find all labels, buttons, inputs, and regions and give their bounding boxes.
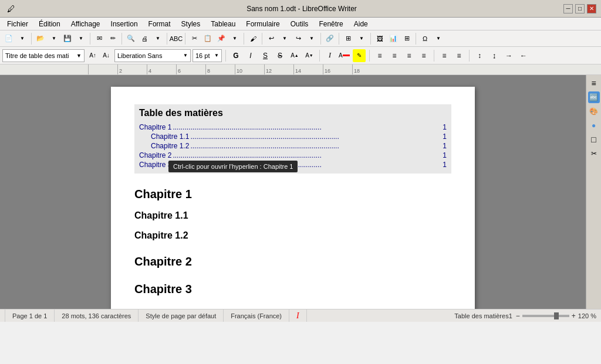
toc-entry-2[interactable]: Chapitre 1.2 ...........................… xyxy=(139,142,447,150)
save-dropdown[interactable]: ▼ xyxy=(75,32,87,45)
save-button[interactable]: 💾 xyxy=(61,32,74,45)
zoom-bar-thumb[interactable] xyxy=(554,312,559,319)
font-size: 16 pt xyxy=(195,52,210,59)
strikethrough-button[interactable]: S xyxy=(274,49,286,62)
decrease-indent[interactable]: ← xyxy=(517,49,530,62)
open-button[interactable]: 📂 xyxy=(34,32,47,45)
style-icon2[interactable]: A↓ xyxy=(100,49,113,62)
bold-button[interactable]: G xyxy=(229,49,242,62)
toc-label-0: Chapitre 1 xyxy=(139,123,171,131)
table-button[interactable]: ⊞ xyxy=(342,32,354,45)
numbering-button[interactable]: ≡ xyxy=(453,49,465,62)
menu-format[interactable]: Format xyxy=(144,19,175,29)
menu-aide[interactable]: Aide xyxy=(349,19,373,29)
zoom-bar-track[interactable] xyxy=(522,315,569,317)
document-area[interactable]: Table des matières Chapitre 1 ..........… xyxy=(0,75,586,309)
sidebar-btn-5[interactable]: □ xyxy=(588,134,600,145)
format-paintbrush[interactable]: 🖌 xyxy=(247,32,259,45)
menu-styles[interactable]: Styles xyxy=(177,19,205,29)
status-bar: Page 1 de 1 28 mots, 136 caractères Styl… xyxy=(0,309,601,322)
sidebar-btn-1[interactable]: ≡ xyxy=(588,77,600,89)
menu-insertion[interactable]: Insertion xyxy=(106,19,143,29)
font-name: Liberation Sans xyxy=(117,52,162,59)
toc-entry-0[interactable]: Chapitre 1 .............................… xyxy=(139,123,447,131)
menu-tableau[interactable]: Tableau xyxy=(206,19,240,29)
toc-dots-0: ........................................… xyxy=(173,123,441,131)
redo-button[interactable]: ↪ xyxy=(292,32,305,45)
align-center[interactable]: ≡ xyxy=(388,49,401,62)
underline-button[interactable]: S xyxy=(259,49,272,62)
toc-page-1: 1 xyxy=(443,132,447,141)
undo-button[interactable]: ↩ xyxy=(265,32,278,45)
open-dropdown[interactable]: ▼ xyxy=(48,32,60,45)
spellcheck-button[interactable]: ABC xyxy=(170,32,183,45)
print-dropdown[interactable]: ▼ xyxy=(151,32,164,45)
window-controls[interactable]: ─ □ ✕ xyxy=(563,4,596,13)
edit-button[interactable]: ✏ xyxy=(106,32,119,45)
cut-button[interactable]: ✂ xyxy=(188,32,201,45)
superscript-button[interactable]: A▲ xyxy=(288,49,301,62)
menu-formulaire[interactable]: Formulaire xyxy=(241,19,284,29)
menu-fichier[interactable]: Fichier xyxy=(2,19,33,29)
menu-fenetre[interactable]: Fenêtre xyxy=(314,19,347,29)
toc-entry-3[interactable]: Chapitre 2 .............................… xyxy=(139,151,447,159)
sidebar-btn-2[interactable]: 🔤 xyxy=(588,91,600,103)
toc-entry-1[interactable]: Chapitre 1.1 ...........................… xyxy=(139,132,447,141)
insert-chart[interactable]: 📊 xyxy=(387,32,400,45)
table-dropdown[interactable]: ▼ xyxy=(355,32,368,45)
zoom-in-btn[interactable]: + xyxy=(572,312,576,320)
font-dropdown-arrow[interactable]: ▼ xyxy=(183,53,188,58)
align-right[interactable]: ≡ xyxy=(403,49,416,62)
highlight-button[interactable]: ✎ xyxy=(353,49,366,62)
print-preview[interactable]: 🔍 xyxy=(124,32,137,45)
undo-dropdown[interactable]: ▼ xyxy=(278,32,291,45)
new-dropdown[interactable]: ▼ xyxy=(16,32,29,45)
sidebar-btn-6[interactable]: ✂ xyxy=(588,148,600,159)
toc-label-2: Chapitre 1.2 xyxy=(151,142,189,150)
status-right: Table des matières1 − + 120 % xyxy=(454,312,596,320)
paragraph-style-dropdown[interactable]: Titre de table des mati ▼ xyxy=(2,49,85,62)
maximize-button[interactable]: □ xyxy=(575,4,585,13)
special-char[interactable]: Ω xyxy=(418,32,431,45)
toc-entry-4[interactable]: Chapitre 3 .............................… xyxy=(139,161,447,169)
menu-affichage[interactable]: Affichage xyxy=(66,19,105,29)
paste-dropdown[interactable]: ▼ xyxy=(228,32,241,45)
line-spacing-button[interactable]: ↕ xyxy=(473,49,486,62)
style-icon1[interactable]: A↑ xyxy=(86,49,99,62)
page-count-label: Page 1 de 1 xyxy=(12,312,47,319)
bullets-button[interactable]: ≡ xyxy=(438,49,451,62)
hyperlink-button[interactable]: 🔗 xyxy=(323,32,336,45)
menu-bar: Fichier Édition Affichage Insertion Form… xyxy=(0,18,601,30)
zoom-out-btn[interactable]: − xyxy=(516,312,520,320)
paragraph-spacing-button[interactable]: ↨ xyxy=(488,49,501,62)
align-justify[interactable]: ≡ xyxy=(417,49,430,62)
font-color-button[interactable]: A xyxy=(338,49,351,62)
italic-button[interactable]: I xyxy=(244,49,257,62)
align-left[interactable]: ≡ xyxy=(373,49,386,62)
email-button[interactable]: ✉ xyxy=(93,32,106,45)
font-size-input[interactable]: 16 pt ▼ xyxy=(193,49,222,62)
minimize-button[interactable]: ─ xyxy=(563,4,573,13)
print-button[interactable]: 🖨 xyxy=(138,32,151,45)
table-of-contents: Table des matières Chapitre 1 ..........… xyxy=(134,104,451,174)
sidebar-btn-4[interactable]: ● xyxy=(588,120,600,131)
menu-edition[interactable]: Édition xyxy=(34,19,65,29)
italic2-button[interactable]: I xyxy=(323,49,336,62)
font-size-dropdown-arrow[interactable]: ▼ xyxy=(214,53,219,58)
increase-indent[interactable]: → xyxy=(502,49,515,62)
subscript-button[interactable]: A▼ xyxy=(303,49,316,62)
more-btn1[interactable]: ⊞ xyxy=(400,32,413,45)
insert-image[interactable]: 🖼 xyxy=(373,32,386,45)
close-button[interactable]: ✕ xyxy=(587,4,596,13)
paste-button[interactable]: 📌 xyxy=(215,32,228,45)
style-dropdown-arrow[interactable]: ▼ xyxy=(76,53,82,59)
new-button[interactable]: 📄 xyxy=(2,32,15,45)
ruler-mark-14: 14 xyxy=(293,64,323,75)
menu-outils[interactable]: Outils xyxy=(286,19,313,29)
redo-dropdown[interactable]: ▼ xyxy=(305,32,318,45)
sidebar-btn-3[interactable]: 🎨 xyxy=(588,106,600,117)
copy-button[interactable]: 📋 xyxy=(201,32,214,45)
special-dropdown[interactable]: ▼ xyxy=(432,32,445,45)
font-family-input[interactable]: Liberation Sans ▼ xyxy=(114,49,191,62)
toc-label-1: Chapitre 1.1 xyxy=(151,132,189,141)
